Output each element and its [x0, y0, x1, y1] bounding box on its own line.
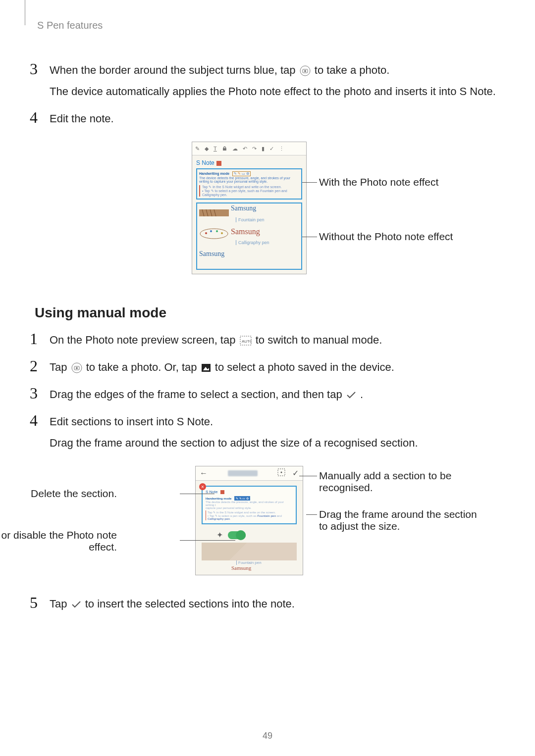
svg-point-12 [221, 232, 223, 234]
step-body: On the Photo note preview screen, tap AU… [50, 331, 498, 353]
palette-sketch-icon [199, 228, 229, 239]
step-number: 1 [30, 331, 50, 353]
figure-snote: ✎ ◆ T 🔒︎ ☁ ↶ ↷ ▮ ✓ ⋮ S Note Handwr [25, 142, 498, 285]
handwriting-mode-label: Handwriting mode [199, 172, 229, 175]
text: • Tap ✎ to select a pen style, such as F… [202, 189, 299, 197]
step-3: 3 When the border around the subject tur… [30, 61, 498, 104]
fountain-pen-label: Fountain pen [236, 560, 297, 565]
blurred-title [228, 470, 258, 476]
handwriting-sample: Samsung [231, 204, 256, 212]
text: Drag the edges of the frame to select a … [50, 388, 345, 401]
step-number: 2 [30, 358, 50, 380]
mini-eraser-icon: ▭ [242, 172, 245, 175]
step-body: Tap to insert the selected sections into… [50, 595, 498, 617]
handwriting-sample: Samsung [231, 565, 297, 571]
text: Tap [50, 598, 70, 610]
sketch-preview [202, 543, 297, 560]
handwriting-sample: Samsung [231, 227, 260, 236]
snote-toolbar: ✎ ◆ T 🔒︎ ☁ ↶ ↷ ▮ ✓ ⋮ [192, 142, 306, 155]
text: The device automatically applies the Pho… [50, 83, 498, 100]
photo-note-effect-toggle [228, 531, 246, 539]
step-number: 4 [30, 109, 50, 132]
instruction-block: Tap ✎ in the S Note widget and write on … [199, 185, 299, 197]
undo-icon: ↶ [243, 146, 247, 152]
step-number: 3 [30, 61, 50, 104]
selected-section: × S Note Handwriting mode ✎ ✎ ▭ ⚙ The de… [202, 486, 297, 524]
callout-line [180, 494, 214, 494]
manual-step-2: 2 Tap to take a photo. Or, tap to select… [30, 358, 498, 380]
camera-icon [300, 65, 311, 76]
snote-title: S Note [196, 159, 302, 166]
text: Drag the frame around the section to adj… [50, 435, 498, 451]
callout-enable-effect: Enable or disable the Photo note effect. [0, 529, 117, 553]
callout-drag-frame: Drag the frame around the section to adj… [319, 508, 482, 532]
more-icon: ⋮ [279, 146, 284, 152]
step-number: 4 [30, 412, 50, 456]
upper-blue-section: Handwriting mode ✎ ✎ ▭ ⚙︎ The device det… [196, 168, 302, 200]
check-icon [346, 391, 356, 399]
lock-icon: 🔒︎ [222, 146, 227, 151]
text: to select a photo saved in the device. [215, 361, 394, 373]
check-icon: ✓ [292, 468, 299, 478]
fountain-pen-label: Fountain pen [236, 217, 265, 222]
text-icon: T [214, 146, 217, 151]
calligraphy-pen-label: Calligraphy pen [236, 240, 269, 245]
callout-with-effect: With the Photo note effect [319, 176, 438, 188]
callout-line [302, 182, 317, 183]
check-icon [71, 601, 81, 608]
auto-manual-icon: AUTO [240, 336, 252, 346]
callout-line [306, 514, 317, 515]
sparkle-icon: ✦ [216, 530, 223, 540]
step-number: 3 [30, 385, 50, 407]
step-number: 5 [30, 595, 50, 617]
eraser-icon: ◆ [205, 146, 209, 152]
manual-step-4: 4 Edit sections to insert into S Note. D… [30, 412, 498, 456]
section-breadcrumb: S Pen features [37, 20, 498, 31]
manual-screenshot: ← ✓ × S Note Handwrit [195, 466, 303, 575]
handwriting-mode-label: Handwriting mode [206, 497, 231, 500]
text: Edit the note. [50, 110, 498, 127]
step-body: When the border around the subject turns… [50, 61, 498, 104]
manual-step-3: 3 Drag the edges of the frame to select … [30, 385, 498, 407]
svg-point-9 [205, 232, 207, 234]
cloud-icon: ☁ [232, 146, 238, 152]
callout-line [180, 540, 235, 541]
callout-delete-section: Delete the section. [31, 488, 117, 500]
redo-icon: ↷ [252, 146, 257, 152]
text: to insert the selected sections into the… [85, 598, 295, 610]
delete-section-icon: × [199, 483, 206, 490]
manual-toolbar: ← ✓ [196, 466, 303, 481]
text: . [360, 388, 363, 401]
svg-point-8 [200, 229, 228, 239]
back-icon: ← [200, 469, 208, 478]
text: On the Photo note preview screen, tap [50, 334, 239, 346]
text: Tap ✎ in the S Note widget and write on … [202, 185, 299, 189]
step-4: 4 Edit the note. [30, 109, 498, 132]
svg-text:AUTO: AUTO [242, 339, 252, 344]
step-body: Edit sections to insert into S Note. Dra… [50, 412, 498, 456]
svg-point-11 [216, 230, 218, 232]
text: When the border around the subject turns… [50, 64, 299, 76]
pen-icon: ✎ [195, 146, 200, 152]
step-body: Tap to take a photo. Or, tap to select a… [50, 358, 498, 380]
mini-pen-icon: ✎ [238, 172, 241, 175]
section-heading: Using manual mode [35, 305, 498, 321]
paintbrush-sketch-icon [199, 205, 229, 218]
text: to take a photo. Or, tap [86, 361, 200, 373]
step-body: Edit the note. [50, 109, 498, 132]
figure-manual: ← ✓ × S Note Handwrit [25, 466, 498, 590]
page-number: 49 [0, 731, 535, 741]
text: Edit sections to insert into S Note. [50, 413, 498, 430]
callout-without-effect: Without the Photo note effect [319, 231, 453, 243]
handwriting-sample: Samsung [199, 250, 224, 258]
effect-toggle-row: ✦ [216, 530, 297, 540]
step-body: Drag the edges of the frame to select a … [50, 385, 498, 407]
callout-line [302, 237, 317, 237]
svg-point-17 [76, 367, 78, 369]
manual-step-1: 1 On the Photo note preview screen, tap … [30, 331, 498, 353]
svg-point-21 [281, 472, 282, 473]
mini-gear-icon: ⚙︎ [246, 172, 249, 175]
attach-icon: ▮ [262, 146, 265, 152]
lower-blue-section: Samsung Fountain pen Samsung [196, 202, 302, 270]
document-page: S Pen features 3 When the border around … [0, 0, 535, 756]
